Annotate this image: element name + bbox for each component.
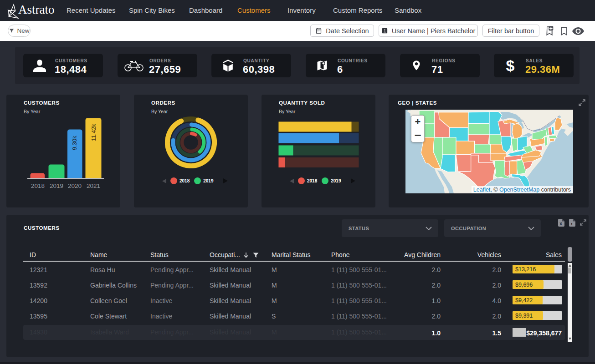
svg-text:11.42k: 11.42k (90, 123, 97, 141)
svg-text:x: x (559, 221, 562, 226)
svg-text:2018: 2018 (31, 182, 45, 189)
svg-text:9.30k: 9.30k (71, 136, 78, 150)
svg-text:2019: 2019 (50, 182, 63, 189)
svg-text:,: , (571, 219, 573, 225)
svg-text:2020: 2020 (68, 182, 82, 189)
svg-text:2021: 2021 (87, 182, 100, 189)
